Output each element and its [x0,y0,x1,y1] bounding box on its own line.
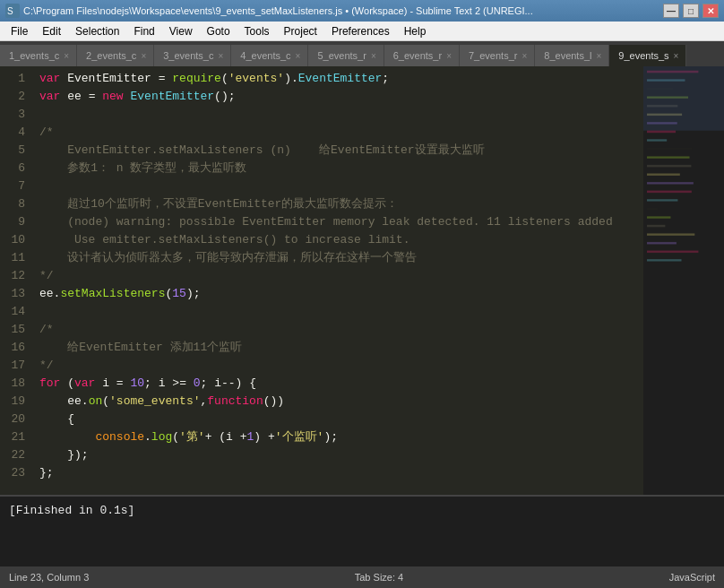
menu-item-tools[interactable]: Tools [237,23,277,39]
menu-bar: FileEditSelectionFindViewGotoToolsProjec… [0,22,724,41]
code-content[interactable]: var EventEmitter = require('events').Eve… [32,66,643,495]
maximize-button[interactable]: □ [683,4,699,18]
close-button[interactable]: ✕ [702,4,719,18]
app-icon: S [5,4,20,18]
tab-1_events_c[interactable]: 1_events_c× [0,45,77,66]
menu-item-preferences[interactable]: Preferences [324,23,397,39]
menu-item-view[interactable]: View [162,23,200,39]
svg-text:S: S [7,6,13,16]
language-mode: JavaScript [669,572,715,583]
menu-item-project[interactable]: Project [277,23,324,39]
menu-item-file[interactable]: File [4,23,35,39]
title-bar-text: C:\Program Files\nodejs\Workspace\events… [23,5,533,16]
bottom-panel: [Finished in 0.1s] [0,495,724,566]
menu-item-find[interactable]: Find [126,23,161,39]
tab-5_events_r[interactable]: 5_events_r× [308,45,384,66]
line-numbers: 1234567891011121314151617181920212223 [0,66,32,495]
tab-bar: 1_events_c×2_events_c×3_events_c×4_event… [0,41,724,66]
editor: 1234567891011121314151617181920212223 va… [0,66,643,495]
minimap-canvas [643,66,724,495]
title-bar: S C:\Program Files\nodejs\Workspace\even… [0,0,724,22]
main-area: 1234567891011121314151617181920212223 va… [0,66,724,495]
menu-item-goto[interactable]: Goto [200,23,237,39]
menu-item-edit[interactable]: Edit [35,23,68,39]
tab-9_events_s[interactable]: 9_events_s× [609,45,686,66]
output-text: [Finished in 0.1s] [9,504,134,517]
code-area[interactable]: 1234567891011121314151617181920212223 va… [0,66,643,495]
cursor-position: Line 23, Column 3 [9,572,89,583]
tab-2_events_c[interactable]: 2_events_c× [77,45,154,66]
tab-4_events_c[interactable]: 4_events_c× [231,45,308,66]
tab-7_events_r[interactable]: 7_events_r× [460,45,535,66]
status-bar: Line 23, Column 3 Tab Size: 4 JavaScript [0,566,724,588]
tab-size: Tab Size: 4 [355,572,403,583]
minimize-button[interactable]: — [663,4,679,18]
tab-8_events_l[interactable]: 8_events_l× [535,45,609,66]
menu-item-help[interactable]: Help [397,23,434,39]
menu-item-selection[interactable]: Selection [68,23,126,39]
tab-6_events_r[interactable]: 6_events_r× [384,45,460,66]
tab-3_events_c[interactable]: 3_events_c× [154,45,231,66]
minimap [643,66,724,495]
